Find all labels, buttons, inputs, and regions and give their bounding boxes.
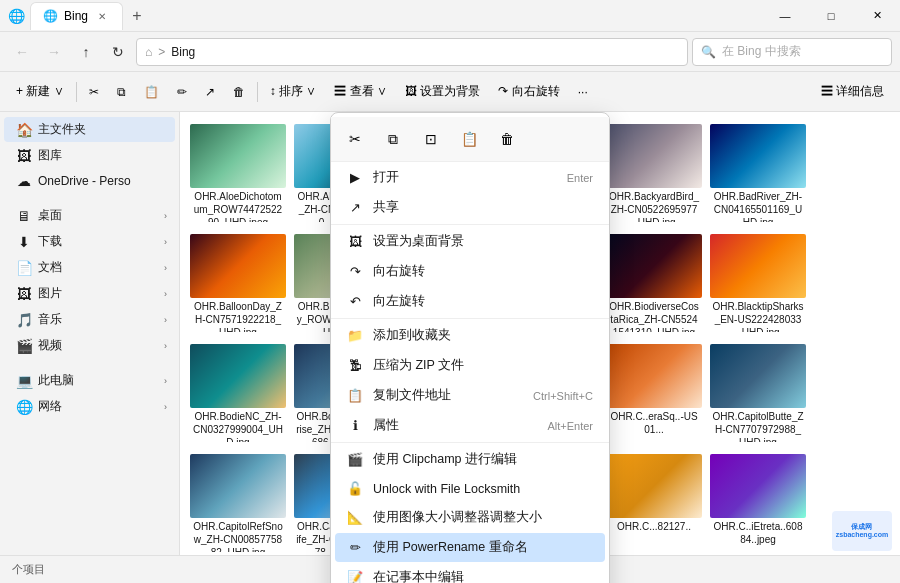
ctx-properties-item[interactable]: ℹ 属性 Alt+Enter [335, 411, 605, 440]
ctx-wallpaper-label: 设置为桌面背景 [373, 233, 464, 250]
computer-icon: 💻 [16, 373, 32, 389]
download-icon: ⬇ [16, 234, 32, 250]
sidebar-item-label: 此电脑 [38, 372, 74, 389]
rename-button[interactable]: ✏ [169, 76, 195, 108]
ctx-open-item[interactable]: ▶ 打开 Enter [335, 163, 605, 192]
file-name-label: OHR.BiodiverseCostaRica_ZH-CN55241541310… [608, 300, 700, 332]
share-button[interactable]: ↗ [197, 76, 223, 108]
file-item[interactable]: OHR.BalloonDay_ZH-CN7571922218_UHD.jpg [188, 230, 288, 336]
sidebar-item-thispc[interactable]: 💻 此电脑 › [4, 368, 175, 393]
sidebar-item-documents[interactable]: 📄 文档 › [4, 255, 175, 280]
file-item[interactable]: OHR.AloeDichotomum_ROW7447252290_UHD.jpe… [188, 120, 288, 226]
sidebar-item-gallery[interactable]: 🖼 图库 [4, 143, 175, 168]
sidebar-item-desktop[interactable]: 🖥 桌面 › [4, 203, 175, 228]
ctx-rotateleft-label: 向左旋转 [373, 293, 425, 310]
ctx-properties-icon: ℹ [347, 418, 363, 433]
sidebar-item-videos[interactable]: 🎬 视频 › [4, 333, 175, 358]
ctx-clipchamp-item[interactable]: 🎬 使用 Clipchamp 进行编辑 [335, 445, 605, 474]
sidebar-item-label: 下载 [38, 233, 62, 250]
file-item[interactable]: OHR.C..eraSq..-US01... [604, 340, 704, 446]
ctx-copypath-item[interactable]: 📋 复制文件地址 Ctrl+Shift+C [335, 381, 605, 410]
file-thumbnail [190, 344, 286, 408]
ctx-imageresize-item[interactable]: 📐 使用图像大小调整器调整大小 [335, 503, 605, 532]
ctx-locksmith-item[interactable]: 🔓 Unlock with File Locksmith [335, 475, 605, 502]
forward-button[interactable]: → [40, 38, 68, 66]
sidebar-item-label: 主文件夹 [38, 121, 86, 138]
view-button[interactable]: ☰ 查看 ∨ [326, 76, 395, 108]
expand-icon: › [164, 289, 167, 299]
ctx-open-shortcut: Enter [567, 172, 593, 184]
ctx-clipchamp-label: 使用 Clipchamp 进行编辑 [373, 451, 517, 468]
gallery-icon: 🖼 [16, 148, 32, 164]
ctx-cut-button[interactable]: ✂ [339, 123, 371, 155]
home-icon: 🏠 [16, 122, 32, 138]
cut-button[interactable]: ✂ [81, 76, 107, 108]
file-item[interactable]: OHR.BackyardBird_ZH-CN0522695977_UHD.jpg [604, 120, 704, 226]
ctx-zip-item[interactable]: 🗜 压缩为 ZIP 文件 [335, 351, 605, 380]
ctx-zip-label: 压缩为 ZIP 文件 [373, 357, 464, 374]
new-tab-button[interactable]: + [123, 2, 151, 30]
up-button[interactable]: ↑ [72, 38, 100, 66]
ctx-copy-button[interactable]: ⧉ [377, 123, 409, 155]
delete-button[interactable]: 🗑 [225, 76, 253, 108]
sidebar-item-label: 视频 [38, 337, 62, 354]
sidebar-item-label: 图片 [38, 285, 62, 302]
pictures-icon: 🖼 [16, 286, 32, 302]
ctx-copy2-button[interactable]: ⊡ [415, 123, 447, 155]
sidebar-item-downloads[interactable]: ⬇ 下载 › [4, 229, 175, 254]
details-button[interactable]: ☰ 详细信息 [813, 76, 892, 108]
minimize-button[interactable]: — [762, 0, 808, 32]
ctx-rotateleft-item[interactable]: ↶ 向左旋转 [335, 287, 605, 316]
ctx-favorite-item[interactable]: 📁 添加到收藏夹 [335, 321, 605, 350]
ctx-rotateright-item[interactable]: ↷ 向右旋转 [335, 257, 605, 286]
file-name-label: OHR.CapitolRefSnow_ZH-CN0085775882_UHD.j… [192, 520, 284, 552]
ctx-sep-3 [331, 442, 609, 443]
tab-close-button[interactable]: ✕ [94, 8, 110, 24]
expand-icon: › [164, 237, 167, 247]
file-item[interactable]: OHR.C..iEtreta..60884..jpeg [708, 450, 808, 555]
ctx-copypath-icon: 📋 [347, 388, 363, 403]
search-bar[interactable]: 🔍 在 Bing 中搜索 [692, 38, 892, 66]
paste-button[interactable]: 📋 [136, 76, 167, 108]
sidebar-item-pictures[interactable]: 🖼 图片 › [4, 281, 175, 306]
ctx-wallpaper-item[interactable]: 🖼 设置为桌面背景 [335, 227, 605, 256]
file-item[interactable]: OHR.BadRiver_ZH-CN04165501169_UHD.jpg [708, 120, 808, 226]
ctx-delete-button[interactable]: 🗑 [491, 123, 523, 155]
ctx-imageresize-icon: 📐 [347, 510, 363, 525]
new-button[interactable]: + 新建 ∨ [8, 76, 72, 108]
documents-icon: 📄 [16, 260, 32, 276]
file-name-label: OHR.C...82127.. [617, 520, 691, 533]
rotate-right-button[interactable]: ↷ 向右旋转 [490, 76, 567, 108]
ctx-notepad-item[interactable]: 📝 在记事本中编辑 [335, 563, 605, 583]
file-item[interactable]: OHR.CapitolRefSnow_ZH-CN0085775882_UHD.j… [188, 450, 288, 555]
ctx-share-item[interactable]: ↗ 共享 [335, 193, 605, 222]
file-item[interactable]: OHR.C...82127.. [604, 450, 704, 555]
file-item[interactable]: OHR.CapitolButte_ZH-CN7707972988_UHD.jpg [708, 340, 808, 446]
file-item[interactable]: OHR.BlacktipSharks_EN-US222428033_UHD.jp… [708, 230, 808, 336]
active-tab[interactable]: 🌐 Bing ✕ [30, 2, 123, 30]
ctx-notepad-label: 在记事本中编辑 [373, 569, 464, 583]
file-item[interactable]: OHR.BodieNC_ZH-CN0327999004_UHD.jpg [188, 340, 288, 446]
file-thumbnail [710, 454, 806, 518]
copy-button[interactable]: ⧉ [109, 76, 134, 108]
sidebar-item-home[interactable]: 🏠 主文件夹 [4, 117, 175, 142]
watermark-badge: 保成网zsbacheng.com [832, 511, 892, 551]
set-bg-button[interactable]: 🖼 设置为背景 [397, 76, 488, 108]
sidebar-item-label: 图库 [38, 147, 62, 164]
sort-button[interactable]: ↕ 排序 ∨ [262, 76, 325, 108]
ctx-paste-button[interactable]: 📋 [453, 123, 485, 155]
ctx-powerrename-item[interactable]: ✏ 使用 PowerRename 重命名 [335, 533, 605, 562]
file-thumbnail [190, 124, 286, 188]
sidebar-item-music[interactable]: 🎵 音乐 › [4, 307, 175, 332]
back-button[interactable]: ← [8, 38, 36, 66]
refresh-button[interactable]: ↻ [104, 38, 132, 66]
address-bar[interactable]: ⌂ > Bing [136, 38, 688, 66]
more-button[interactable]: ··· [570, 76, 596, 108]
sidebar-item-network[interactable]: 🌐 网络 › [4, 394, 175, 419]
sidebar-item-onedrive[interactable]: ☁ OneDrive - Perso [4, 169, 175, 193]
file-name-label: OHR.BadRiver_ZH-CN04165501169_UHD.jpg [712, 190, 804, 222]
tab-icon: 🌐 [43, 9, 58, 23]
maximize-button[interactable]: □ [808, 0, 854, 32]
close-button[interactable]: ✕ [854, 0, 900, 32]
file-item[interactable]: OHR.BiodiverseCostaRica_ZH-CN55241541310… [604, 230, 704, 336]
